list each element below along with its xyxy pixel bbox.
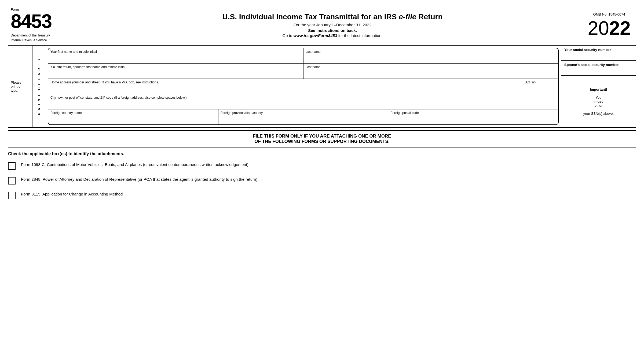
your-ssn-label: Your social security number: [564, 48, 633, 52]
checkbox-1[interactable]: [8, 162, 16, 170]
print-clearly-label: P R I N T C L E A R L Y: [32, 46, 46, 127]
main-title-text1: U.S. Individual Income Tax Transmittal f…: [222, 13, 399, 21]
spouse-name-row: If a joint return, spouse's first name a…: [48, 64, 558, 79]
spouse-last-name-input[interactable]: [306, 69, 556, 77]
header-center-section: U.S. Individual Income Tax Transmittal f…: [83, 5, 582, 45]
apt-label: Apt. no.: [525, 80, 556, 84]
city-row: City, town or post office, state, and ZI…: [48, 94, 558, 109]
foreign-province-cell: Foreign province/state/county: [218, 109, 389, 124]
main-title-text2: Return: [416, 13, 442, 21]
website-prefix: Go to: [283, 33, 294, 38]
spouse-first-name-input[interactable]: [50, 69, 301, 77]
important-text1: You: [564, 95, 633, 99]
notice-line1: FILE THIS FORM ONLY IF YOU ARE ATTACHING…: [8, 134, 636, 139]
file-form-notice: FILE THIS FORM ONLY IF YOU ARE ATTACHING…: [8, 130, 636, 147]
your-ssn-row: Your social security number: [561, 46, 636, 61]
checkbox-2[interactable]: [8, 177, 16, 184]
important-must: must: [564, 99, 633, 104]
omb-number: OMB No. 1545-0074: [593, 12, 625, 16]
header-left-section: Form 8453 Department of the Treasury Int…: [8, 5, 83, 45]
first-name-label: Your first name and middle initial: [50, 50, 301, 54]
checkboxes-title: Check the applicable box(es) to identify…: [8, 152, 636, 156]
foreign-country-input[interactable]: [50, 115, 216, 123]
year-light: 20: [588, 17, 609, 39]
form-header: Form 8453 Department of the Treasury Int…: [8, 5, 636, 46]
last-name-label: Last name: [306, 50, 556, 54]
header-right-section: OMB No. 1545-0074 2022: [582, 5, 636, 45]
please-print-label: Please print or type.: [8, 46, 32, 127]
address-row: Home address (number and street). If you…: [48, 79, 558, 94]
spouse-first-name-label: If a joint return, spouse's first name a…: [50, 65, 301, 69]
please-text2: print or: [11, 84, 29, 88]
checkbox-2-label: Form 2848, Power of Attorney and Declara…: [21, 176, 636, 183]
foreign-postal-input[interactable]: [390, 115, 556, 123]
spouse-last-name-label: Last name: [306, 65, 556, 69]
list-item: Form 2848, Power of Attorney and Declara…: [8, 176, 636, 184]
foreign-province-input[interactable]: [221, 115, 386, 123]
home-address-cell: Home address (number and street). If you…: [48, 79, 523, 94]
address-section: Please print or type. P R I N T C L E A …: [8, 46, 636, 128]
last-name-input[interactable]: [306, 54, 556, 62]
website-line: Go to www.irs.gov/Form8453 for the lates…: [283, 33, 383, 38]
list-item: Form 3115, Application for Change in Acc…: [8, 191, 636, 199]
notice-line2: OF THE FOLLOWING FORMS OR SUPPORTING DOC…: [8, 139, 636, 144]
address-fields-container: Your first name and middle initial Last …: [48, 48, 559, 125]
checkbox-3-label: Form 3115, Application for Change in Acc…: [21, 191, 636, 197]
important-text3: your SSN(s) above.: [564, 112, 633, 116]
important-title: Important!: [564, 87, 633, 91]
please-text3: type.: [11, 88, 29, 93]
spouse-first-name-cell: If a joint return, spouse's first name a…: [48, 64, 303, 79]
instructions-line: See instructions on back.: [308, 28, 357, 33]
ssn-section: Your social security number Spouse's soc…: [561, 46, 636, 127]
last-name-cell: Last name: [303, 48, 558, 63]
foreign-province-label: Foreign province/state/county: [221, 111, 386, 115]
foreign-country-label: Foreign country name: [50, 111, 216, 115]
efile-text: e-file: [399, 13, 416, 21]
name-row: Your first name and middle initial Last …: [48, 48, 558, 64]
spouse-ssn-row: Spouse's social security number: [561, 61, 636, 76]
please-text1: Please: [11, 80, 29, 84]
list-item: Form 1098-C, Contributions of Motor Vehi…: [8, 162, 636, 170]
spouse-last-name-cell: Last name: [303, 64, 558, 79]
year-bold: 22: [609, 17, 631, 39]
spouse-ssn-label: Spouse's social security number: [564, 63, 633, 67]
dept-line1: Department of the Treasury: [11, 33, 80, 38]
city-input[interactable]: [50, 99, 556, 108]
apt-input[interactable]: [525, 84, 556, 92]
important-notice: Important! You must enter your SSN(s) ab…: [561, 76, 636, 127]
checkbox-1-label: Form 1098-C, Contributions of Motor Vehi…: [21, 162, 636, 168]
sub-title: For the year January 1–December 31, 2022: [294, 23, 372, 27]
important-text2: enter: [564, 104, 633, 108]
first-name-input[interactable]: [50, 54, 301, 62]
dept-line2: Internal Revenue Service: [11, 38, 80, 43]
city-label: City, town or post office, state, and ZI…: [50, 96, 556, 99]
home-address-label: Home address (number and street). If you…: [50, 80, 521, 84]
spouse-ssn-input[interactable]: [564, 69, 633, 73]
your-ssn-input[interactable]: [564, 54, 633, 58]
checkbox-3[interactable]: [8, 192, 16, 199]
foreign-address-row: Foreign country name Foreign province/st…: [48, 109, 558, 124]
apt-cell: Apt. no.: [523, 79, 558, 94]
tax-year-display: 2022: [588, 19, 631, 38]
foreign-postal-label: Foreign postal code: [390, 111, 556, 115]
first-name-cell: Your first name and middle initial: [48, 48, 303, 63]
department-info: Department of the Treasury Internal Reve…: [11, 33, 80, 43]
foreign-country-cell: Foreign country name: [48, 109, 218, 124]
city-cell: City, town or post office, state, and ZI…: [48, 94, 558, 109]
form-number: 8453: [11, 12, 80, 31]
foreign-postal-cell: Foreign postal code: [388, 109, 558, 124]
website-italic: www.irs.gov/Form8453: [293, 33, 337, 38]
main-title: U.S. Individual Income Tax Transmittal f…: [222, 12, 443, 21]
website-suffix: for the latest information.: [337, 33, 382, 38]
home-address-input[interactable]: [50, 84, 521, 92]
checkboxes-section: Check the applicable box(es) to identify…: [8, 152, 636, 199]
